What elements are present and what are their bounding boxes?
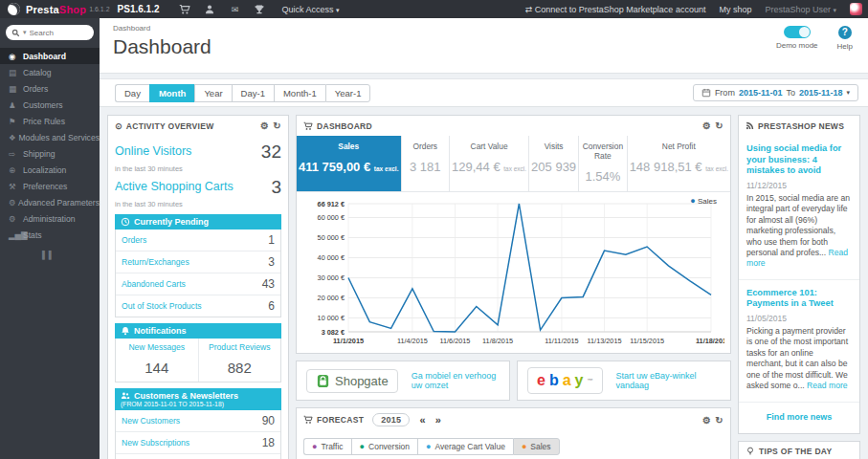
kpi-net-profit[interactable]: Net Profit148 918,51 € tax excl. bbox=[628, 136, 730, 191]
kpi-conversion-rate[interactable]: Conversion Rate1.54% bbox=[579, 136, 628, 191]
date-range-picker[interactable]: From 2015-11-01 To 2015-11-18 ▾ bbox=[693, 84, 858, 101]
shopgate-banner[interactable]: Shopgate Ga mobiel en verhoog uw omzet bbox=[296, 361, 510, 401]
topbar: PrestaShop 1.6.1.2 PS1.6.1.2 ✉ Quick Acc… bbox=[0, 0, 868, 18]
marketplace-link[interactable]: ⇄ Connect to PrestaShop Marketplace acco… bbox=[525, 5, 706, 14]
find-more-news-link[interactable]: Find more news bbox=[739, 403, 859, 433]
avatar[interactable] bbox=[850, 3, 862, 15]
search-input[interactable] bbox=[30, 29, 79, 37]
page-title: Dashboard bbox=[113, 35, 868, 58]
menu-collapse-icon[interactable]: ▌▌ bbox=[42, 251, 100, 259]
previous-year-button[interactable]: « bbox=[419, 414, 425, 426]
refresh-icon[interactable]: ↻ bbox=[715, 415, 723, 426]
breadcrumb[interactable]: Dashboard bbox=[113, 24, 868, 33]
sidebar-item-preferences[interactable]: ⚒Preferences bbox=[0, 178, 100, 194]
kpi-orders[interactable]: Orders3 181 bbox=[402, 136, 451, 191]
kpi-visits[interactable]: Visits205 939 bbox=[529, 136, 579, 191]
next-year-button[interactable]: » bbox=[435, 414, 441, 426]
forecast-tab-average-cart-value[interactable]: ●Average Cart Value bbox=[417, 438, 513, 455]
pending-returns-row[interactable]: Return/Exchanges3 bbox=[116, 251, 280, 273]
abandoned-carts-row[interactable]: Abandoned Carts43 bbox=[116, 273, 280, 295]
chart-legend[interactable]: ● Sales bbox=[690, 196, 717, 206]
preferences-icon: ⚒ bbox=[9, 182, 23, 191]
range-day-button[interactable]: Day bbox=[115, 84, 149, 102]
range-year-button[interactable]: Year bbox=[194, 84, 231, 102]
forecast-year[interactable]: 2015 bbox=[372, 413, 410, 426]
read-more-link[interactable]: Read more bbox=[807, 381, 848, 390]
sidebar-search[interactable]: ▾ bbox=[6, 25, 94, 40]
new-messages-cell[interactable]: New Messages 144 bbox=[116, 339, 198, 382]
forecast-tab-conversion[interactable]: ●Conversion bbox=[351, 438, 417, 455]
modules-icon: ❖ bbox=[9, 133, 18, 142]
new-customers-row[interactable]: New Customers90 bbox=[116, 410, 280, 432]
news-panel-title: PRESTASHOP NEWS bbox=[758, 121, 844, 131]
shopgate-link[interactable]: Ga mobiel en verhoog uw omzet bbox=[412, 371, 500, 390]
kpi-cart-value[interactable]: Cart Value129,44 € tax excl. bbox=[450, 136, 529, 191]
kpi-sales[interactable]: Sales411 759,00 € tax excl. bbox=[297, 136, 402, 191]
chevron-down-icon: ▾ bbox=[846, 89, 850, 97]
gear-icon[interactable]: ⚙ bbox=[702, 120, 711, 131]
search-icon bbox=[11, 29, 20, 37]
sidebar-item-modules[interactable]: ❖Modules and Services bbox=[0, 129, 100, 145]
chevron-down-icon: ▾ bbox=[336, 7, 340, 13]
product-reviews-cell[interactable]: Product Reviews 882 bbox=[198, 339, 281, 382]
shop-name[interactable]: PS1.6.1.2 bbox=[118, 4, 160, 14]
online-visitors-link[interactable]: Online Visitors bbox=[115, 144, 191, 158]
calendar-icon bbox=[701, 88, 711, 98]
customer-icon[interactable] bbox=[197, 4, 222, 15]
my-shop-link[interactable]: My shop bbox=[719, 5, 751, 14]
average-cart-value-dot-icon: ● bbox=[426, 442, 431, 451]
toggle-switch[interactable] bbox=[784, 26, 811, 38]
user-menu[interactable]: PrestaShop User ▾ bbox=[765, 5, 836, 14]
new-subscriptions-row[interactable]: New Subscriptions18 bbox=[116, 432, 280, 454]
chevron-down-icon: ▾ bbox=[833, 7, 836, 13]
sidebar: ▾ ◉Dashboard ▤Catalog ▦Orders ♟Customers… bbox=[0, 18, 100, 459]
tips-of-the-day-panel: TIPS OF THE DAY ingenico Payment service… bbox=[738, 441, 860, 459]
pending-orders-row[interactable]: Orders1 bbox=[116, 230, 280, 251]
customers-newsletters-header: Customers & Newsletters (FROM 2015-11-01… bbox=[115, 388, 281, 410]
trophy-icon[interactable] bbox=[247, 4, 272, 15]
messages-icon[interactable]: ✉ bbox=[222, 5, 247, 14]
sidebar-item-price-rules[interactable]: ⚑Price Rules bbox=[0, 113, 100, 129]
quick-access-menu[interactable]: Quick Access ▾ bbox=[281, 5, 339, 14]
clock-icon bbox=[121, 217, 130, 227]
active-carts-link[interactable]: Active Shopping Carts bbox=[115, 180, 234, 193]
gear-icon[interactable]: ⚙ bbox=[702, 415, 711, 426]
currently-pending-header: Currently Pending bbox=[115, 214, 281, 230]
svg-text:11/11/2015: 11/11/2015 bbox=[545, 337, 578, 345]
svg-text:40 000 €: 40 000 € bbox=[318, 253, 345, 262]
help-button[interactable]: ? Help bbox=[837, 26, 853, 51]
sidebar-item-customers[interactable]: ♟Customers bbox=[0, 97, 100, 113]
sidebar-item-dashboard[interactable]: ◉Dashboard bbox=[0, 48, 100, 64]
range-month-1-button[interactable]: Month-1 bbox=[274, 84, 325, 102]
sidebar-item-shipping[interactable]: ⇨Shipping bbox=[0, 145, 100, 162]
range-month-button[interactable]: Month bbox=[149, 84, 195, 102]
refresh-icon[interactable]: ↻ bbox=[273, 120, 281, 131]
news-article-link[interactable]: Using social media for your business: 4 … bbox=[746, 143, 852, 177]
news-article: Using social media for your business: 4 … bbox=[739, 136, 859, 280]
sidebar-item-catalog[interactable]: ▤Catalog bbox=[0, 64, 100, 80]
svg-text:11/13/2015: 11/13/2015 bbox=[588, 337, 622, 345]
sidebar-item-orders[interactable]: ▦Orders bbox=[0, 80, 100, 97]
total-subscribers-row[interactable]: Total Subscribers1308 bbox=[116, 454, 280, 459]
search-scope-caret-icon[interactable]: ▾ bbox=[23, 29, 27, 36]
sidebar-item-administration[interactable]: ⚙Administration bbox=[0, 210, 100, 227]
forecast-tab-sales[interactable]: ●Sales bbox=[513, 438, 560, 455]
ebay-banner[interactable]: ebay™ Start uw eBay-winkel vandaag bbox=[517, 361, 731, 401]
gear-icon[interactable]: ⚙ bbox=[260, 120, 269, 131]
ebay-link[interactable]: Start uw eBay-winkel vandaag bbox=[616, 371, 722, 390]
refresh-icon[interactable]: ↻ bbox=[715, 120, 723, 131]
forecast-tab-traffic[interactable]: ●Traffic bbox=[303, 438, 351, 455]
news-article-link[interactable]: Ecommerce 101: Payments in a Tweet bbox=[746, 288, 852, 310]
marketplace-icon: ⇄ bbox=[525, 5, 533, 14]
bell-icon bbox=[121, 326, 130, 336]
help-icon[interactable]: ? bbox=[838, 26, 852, 39]
sidebar-item-advanced-parameters[interactable]: ⚙Advanced Parameters bbox=[0, 194, 100, 210]
range-year-1-button[interactable]: Year-1 bbox=[325, 84, 371, 102]
sidebar-item-stats[interactable]: ▂▅▇Stats bbox=[0, 227, 100, 243]
activity-overview-panel: ⊙ ACTIVITY OVERVIEW ⚙ ↻ 32 Online Visito… bbox=[107, 115, 289, 459]
range-day-1-button[interactable]: Day-1 bbox=[232, 84, 274, 102]
sidebar-item-localization[interactable]: ⊕Localization bbox=[0, 162, 100, 178]
cart-icon[interactable] bbox=[172, 4, 197, 15]
out-of-stock-row[interactable]: Out of Stock Products6 bbox=[116, 295, 280, 317]
demo-mode-toggle[interactable]: Demo mode bbox=[776, 26, 818, 51]
